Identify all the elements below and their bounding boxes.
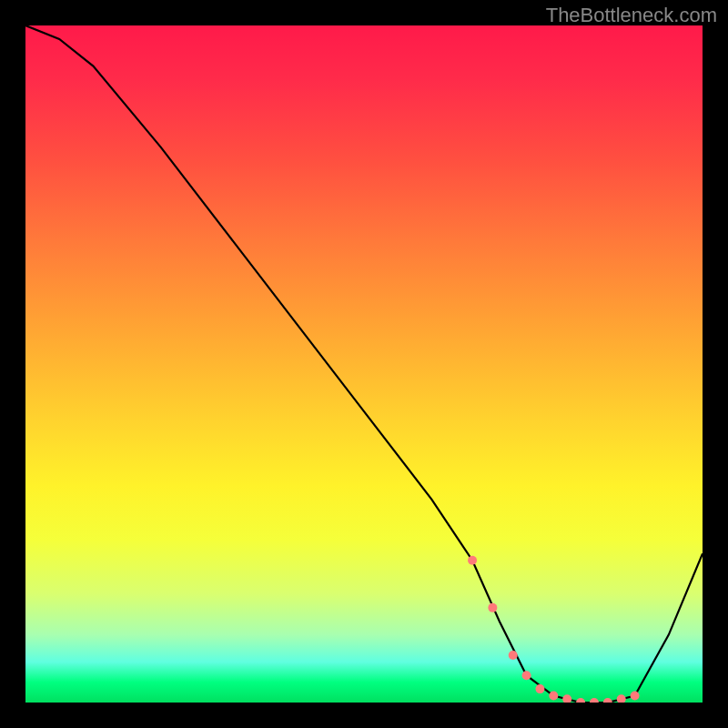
chart-plot-area (25, 25, 703, 703)
attribution-text: TheBottleneck.com (546, 4, 717, 27)
